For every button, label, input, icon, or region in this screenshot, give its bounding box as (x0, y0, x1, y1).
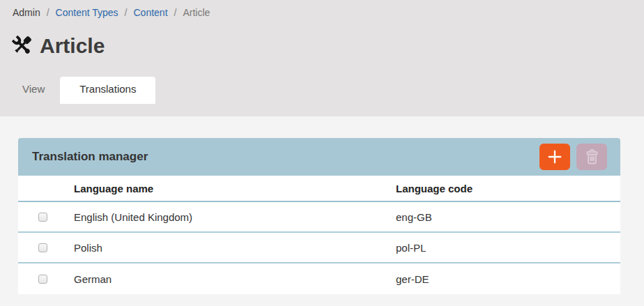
breadcrumb-admin: Admin (13, 7, 40, 18)
breadcrumb-content-link[interactable]: Content (134, 7, 168, 18)
table-row: German ger-DE (18, 263, 620, 294)
page-header: Article (0, 18, 644, 59)
panel-title: Translation manager (32, 150, 539, 164)
breadcrumb-separator: / (47, 7, 49, 18)
table-row: Polish pol-PL (18, 233, 620, 263)
trash-icon (583, 148, 601, 167)
row-checkbox[interactable] (38, 275, 47, 284)
breadcrumb-separator: / (174, 7, 177, 18)
table-header-row: Language name Language code (18, 176, 620, 202)
breadcrumb: Admin / Content Types / Content / Articl… (0, 0, 644, 18)
language-code: ger-DE (396, 273, 620, 285)
column-language-code: Language code (396, 183, 620, 194)
language-name: Polish (74, 242, 396, 254)
add-translation-button[interactable] (539, 144, 570, 170)
breadcrumb-content-types-link[interactable]: Content Types (56, 7, 118, 18)
row-checkbox-cell (18, 243, 74, 252)
language-code: pol-PL (396, 242, 620, 254)
translation-manager-panel: Translation manager Language name Lang (18, 138, 620, 294)
row-checkbox[interactable] (38, 243, 47, 252)
tab-content: Translation manager Language name Lang (0, 116, 644, 306)
translations-table: Language name Language code English (Uni… (18, 176, 620, 294)
tab-translations[interactable]: Translations (60, 77, 155, 104)
table-body: English (United Kingdom) eng-GB Polish p… (18, 202, 620, 294)
plus-icon (547, 149, 562, 165)
panel-header: Translation manager (18, 138, 620, 176)
page-top: Admin / Content Types / Content / Articl… (0, 0, 644, 116)
row-checkbox-cell (18, 213, 74, 222)
language-name: English (United Kingdom) (74, 211, 396, 223)
tools-icon (9, 33, 35, 59)
tab-view[interactable]: View (7, 77, 60, 101)
table-row: English (United Kingdom) eng-GB (18, 202, 620, 233)
breadcrumb-separator: / (125, 7, 128, 18)
page-title: Article (40, 34, 105, 58)
delete-translation-button[interactable] (576, 144, 607, 170)
breadcrumb-current: Article (183, 7, 210, 18)
row-checkbox-cell (18, 275, 74, 284)
tab-bar: View Translations (0, 75, 644, 101)
language-code: eng-GB (396, 211, 620, 223)
language-name: German (74, 273, 396, 285)
column-language-name: Language name (74, 183, 396, 194)
row-checkbox[interactable] (38, 213, 47, 222)
